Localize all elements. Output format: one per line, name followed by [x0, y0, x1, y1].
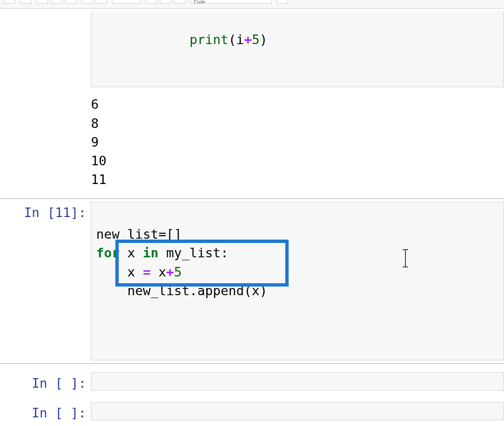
toolbar-group-kernel	[146, 0, 186, 4]
paste-button[interactable]	[65, 0, 77, 4]
cell-type-select[interactable]: Code	[190, 0, 272, 4]
input-prompt: In [ ]:	[32, 376, 86, 391]
restart-run-button[interactable]	[174, 0, 186, 4]
text-cursor-icon	[405, 250, 406, 266]
code-cell-11[interactable]: In [11]: new_list=[] for x in my_list: x…	[0, 198, 504, 364]
toolbar-group-file	[4, 0, 15, 4]
prompt-area: In [ ]:	[0, 399, 91, 422]
toolbar-group-run	[112, 0, 141, 4]
code-cell-empty-2[interactable]: In [ ]:	[0, 399, 504, 423]
notebook-area: print(i+5) 6 8 9 10 11 In [11]: new_list…	[0, 9, 504, 426]
code-cell-partial[interactable]: print(i+5)	[0, 9, 504, 90]
insert-cell-button[interactable]	[20, 0, 32, 4]
cut-button[interactable]	[36, 0, 48, 4]
move-down-button[interactable]	[96, 0, 107, 4]
code-input-11[interactable]: new_list=[] for x in my_list: x = x+5 ne…	[91, 202, 504, 360]
notebook-toolbar: Code	[0, 0, 504, 9]
move-up-button[interactable]	[81, 0, 93, 4]
code-input-empty-1[interactable]	[91, 372, 504, 391]
prompt-area: In [ ]:	[0, 369, 91, 392]
prompt-area: In [11]:	[0, 199, 91, 222]
input-prompt: In [ ]:	[32, 405, 86, 420]
toolbar-group-clipboard	[36, 0, 77, 4]
code-input-partial[interactable]: print(i+5)	[91, 12, 504, 87]
restart-button[interactable]	[160, 0, 171, 4]
save-icon[interactable]	[4, 0, 15, 4]
copy-button[interactable]	[51, 0, 62, 4]
stdout-output: 6 8 9 10 11	[91, 90, 504, 198]
code-cell-empty-1[interactable]: In [ ]:	[0, 369, 504, 393]
input-prompt: In [11]:	[24, 205, 86, 220]
toolbar-group-move	[81, 0, 107, 4]
command-palette-button[interactable]	[277, 0, 288, 4]
interrupt-button[interactable]	[146, 0, 157, 4]
prompt-area-output	[0, 90, 91, 95]
toolbar-group-palette	[277, 0, 288, 4]
toolbar-group-cellops	[20, 0, 32, 4]
code-input-empty-2[interactable]	[91, 402, 504, 420]
output-cell: 6 8 9 10 11	[0, 90, 504, 198]
run-button[interactable]	[112, 0, 141, 4]
